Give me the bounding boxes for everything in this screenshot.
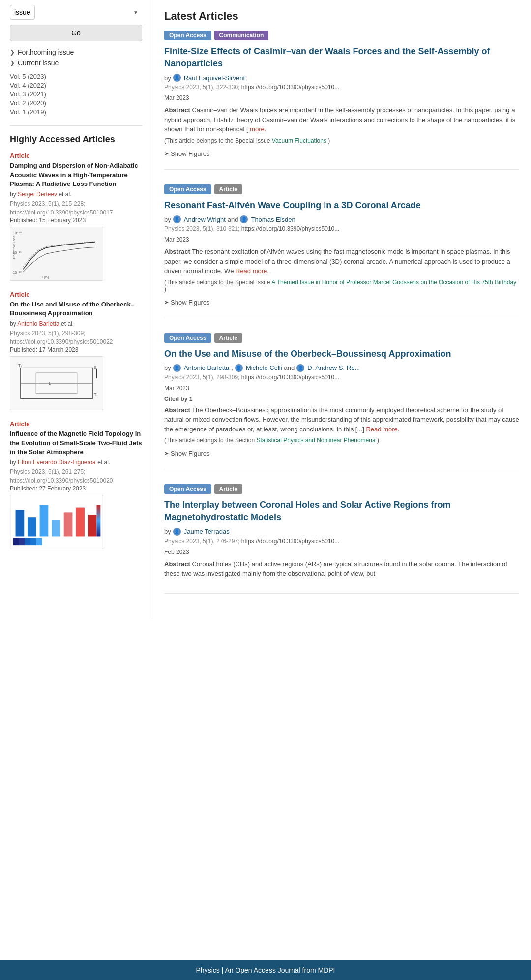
sidebar-article-3: Article Influence of the Magnetic Field …: [10, 420, 142, 549]
author-icon-2b: 👤: [240, 215, 248, 223]
show-figures-3[interactable]: Show Figures: [164, 450, 209, 457]
author-name-2a[interactable]: Andrew Wright: [184, 216, 226, 223]
sidebar-article-type-2: Article: [10, 291, 142, 298]
cited-badge-3: Cited by 1: [164, 396, 519, 402]
journal-name-1: Physics: [164, 84, 184, 91]
special-suffix-2: ): [164, 286, 166, 293]
special-link-2[interactable]: A Themed Issue in Honor of Professor Mar…: [271, 279, 516, 286]
doi-link-3[interactable]: https://doi.org/10.3390/physics5010...: [241, 374, 339, 381]
special-issue-2: (This article belongs to the Special Iss…: [164, 279, 519, 293]
svg-rect-25: [64, 512, 73, 536]
article-title-1[interactable]: Finite-Size Effects of Casimir–van der W…: [164, 45, 519, 70]
abstract-text-1: Casimir–van der Waals forces are importa…: [164, 106, 515, 133]
article-date-2: Mar 2023: [164, 236, 519, 243]
author-name-2b[interactable]: Thomas Elsden: [251, 216, 295, 223]
select-wrapper: issue: [10, 5, 142, 20]
svg-text:T [K]: T [K]: [41, 275, 49, 279]
abstract-label-4: Abstract: [164, 560, 190, 568]
sidebar-author-3[interactable]: Elton Everardo Díaz-Figueroa: [18, 459, 96, 466]
sidebar-item-current[interactable]: ❯ Current issue: [10, 59, 142, 67]
author-name-3a[interactable]: Antonio Barletta: [184, 364, 230, 371]
vol-2021[interactable]: Vol. 3 (2021): [10, 91, 142, 98]
sidebar-doi-2[interactable]: https://doi.org/10.3390/physics5010022: [10, 337, 142, 346]
sidebar-divider: [10, 125, 142, 126]
abstract-label-3: Abstract: [164, 406, 190, 414]
svg-rect-23: [40, 505, 49, 537]
doi-link-1[interactable]: https://doi.org/10.3390/physics5010...: [241, 84, 339, 91]
sidebar-article-by-2: by Antonio Barletta et al.: [10, 320, 142, 327]
article-title-3[interactable]: On the Use and Misuse of the Oberbeck–Bo…: [164, 348, 519, 360]
svg-rect-17: [19, 538, 25, 545]
badge-row-4: Open Access Article: [164, 484, 519, 494]
sidebar-article-type-3: Article: [10, 420, 142, 428]
sidebar-doi-3[interactable]: https://doi.org/10.3390/physics5010020: [10, 476, 142, 485]
article-card-2: Open Access Article Resonant Fast-Alfvén…: [164, 184, 519, 318]
read-more-3[interactable]: Read more.: [366, 426, 399, 433]
author-extra-1: et al.: [59, 191, 71, 198]
badge-row-2: Open Access Article: [164, 184, 519, 194]
special-issue-3: (This article belongs to the Section Sta…: [164, 437, 519, 444]
doi-link-2[interactable]: https://doi.org/10.3390/physics5010...: [241, 225, 339, 232]
author-name-1[interactable]: Raul Esquivel-Sirvent: [184, 74, 245, 82]
sidebar-article-title-2[interactable]: On the Use and Misuse of the Oberbeck–Bo…: [10, 300, 142, 318]
show-figures-1[interactable]: Show Figures: [164, 150, 209, 157]
highly-accessed-title: Highly Accessed Articles: [10, 134, 142, 145]
sidebar-doi-1[interactable]: https://doi.org/10.3390/physics5010017: [10, 208, 142, 217]
journal-2: Physics: [10, 330, 30, 337]
read-more-2[interactable]: Read more.: [236, 267, 269, 275]
sidebar-author-1[interactable]: Sergei Derteev: [18, 191, 57, 198]
article-authors-3: by 👤 Antonio Barletta , 👤 Michele Celli …: [164, 364, 519, 372]
badge-article-2: Article: [214, 184, 242, 194]
journal-name-4: Physics: [164, 538, 184, 545]
abstract-label-1: Abstract: [164, 106, 190, 114]
by-prefix-3: by: [10, 459, 16, 466]
special-link-3[interactable]: Statistical Physics and Nonlinear Phenom…: [256, 437, 375, 444]
sidebar-article-title-1[interactable]: Damping and Dispersion of Non-Adiabatic …: [10, 161, 142, 188]
volissue-1: 5(1), 215-228;: [48, 200, 85, 207]
abstract-text-4: Coronal holes (CHs) and active regions (…: [164, 560, 507, 578]
article-title-2[interactable]: Resonant Fast-Alfvén Wave Coupling in a …: [164, 199, 519, 212]
badge-open-access-2: Open Access: [164, 184, 211, 194]
svg-text:Radiative Loss: Radiative Loss: [12, 235, 16, 259]
chevron-right-icon: ❯: [10, 49, 15, 56]
article-abstract-1: Abstract Casimir–van der Waals forces ar…: [164, 105, 519, 134]
author-name-3c[interactable]: D. Andrew S. Re...: [307, 364, 360, 371]
article-card-4: Open Access Article The Interplay betwee…: [164, 484, 519, 593]
chevron-right-icon: ❯: [10, 60, 15, 66]
read-more-1[interactable]: more.: [250, 125, 266, 133]
sidebar-thumb-1: 10⁻¹⁰ 10⁻¹⁵ 10⁻²⁰ T [K] Radiative Loss: [10, 227, 103, 281]
badge-article-4: Article: [214, 484, 242, 494]
special-suffix-1: ): [328, 137, 330, 144]
article-authors-1: by 👤 Raul Esquivel-Sirvent: [164, 74, 519, 82]
svg-rect-0: [10, 228, 103, 279]
sidebar-item-forthcoming[interactable]: ❯ Forthcoming issue: [10, 48, 142, 56]
doi-link-4[interactable]: https://doi.org/10.3390/physics5010...: [241, 538, 339, 545]
vol-issue-4: 5(1), 276-297;: [203, 538, 239, 545]
and-text-3: and: [284, 364, 295, 371]
sidebar-article-title-3[interactable]: Influence of the Magnetic Field Topology…: [10, 429, 142, 457]
article-title-4[interactable]: The Interplay between Coronal Holes and …: [164, 499, 519, 523]
latest-articles-title: Latest Articles: [164, 10, 519, 23]
author-name-3b[interactable]: Michele Celli: [246, 364, 282, 371]
and-text-2: and: [228, 216, 238, 223]
vol-2022[interactable]: Vol. 4 (2022): [10, 82, 142, 89]
special-link-1[interactable]: Vacuum Fluctuations: [272, 137, 326, 144]
show-figures-2[interactable]: Show Figures: [164, 299, 209, 306]
article-date-4: Feb 2023: [164, 549, 519, 555]
by-prefix-2: by: [10, 320, 16, 327]
svg-text:T₂: T₂: [94, 392, 98, 397]
volissue-2: 5(1), 298-309;: [48, 330, 85, 337]
vol-2019[interactable]: Vol. 1 (2019): [10, 108, 142, 116]
svg-rect-21: [16, 510, 25, 536]
vol-2020[interactable]: Vol. 2 (2020): [10, 99, 142, 107]
article-meta-4: Physics 2023, 5(1), 276-297; https://doi…: [164, 538, 519, 545]
badge-open-access-1: Open Access: [164, 31, 211, 40]
sidebar-author-2[interactable]: Antonio Barletta: [17, 320, 59, 327]
author-name-4[interactable]: Jaume Terradas: [184, 528, 230, 535]
author-icon-3b: 👤: [235, 364, 243, 372]
vol-2023[interactable]: Vol. 5 (2023): [10, 73, 142, 80]
go-button[interactable]: Go: [10, 25, 142, 41]
journal-3: Physics: [10, 468, 30, 475]
issue-select[interactable]: issue: [10, 5, 35, 20]
vol-issue-1: 5(1), 322-330;: [203, 84, 239, 91]
